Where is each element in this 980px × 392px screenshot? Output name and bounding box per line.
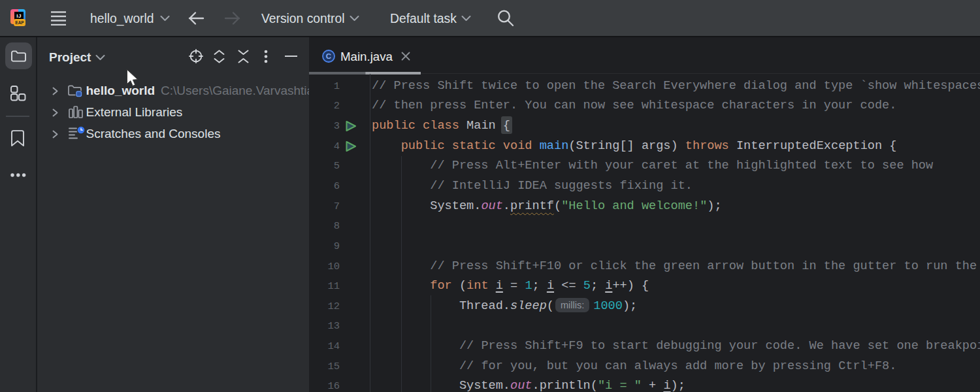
svg-text:C: C [326, 52, 331, 60]
